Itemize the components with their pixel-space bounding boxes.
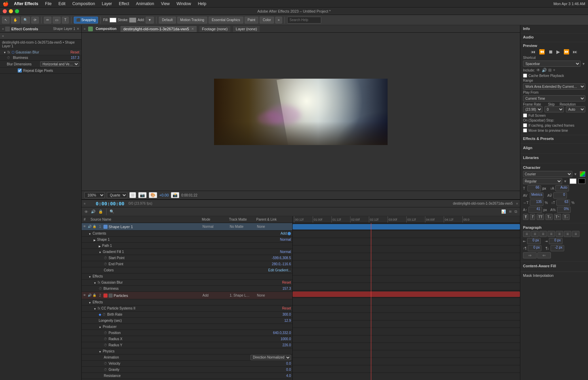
tl-graph-editor[interactable]: 📊	[501, 209, 507, 214]
indent-right-value[interactable]: 0 px	[549, 238, 562, 244]
cc-particles-row[interactable]: fx CC Particle Systems II Reset	[82, 305, 292, 312]
include-video-icon[interactable]: 👁	[536, 68, 540, 73]
kerning-value[interactable]: Metrics	[530, 192, 543, 199]
layer-1-eye-icon[interactable]: 👁	[83, 225, 87, 229]
include-frame-icon[interactable]: ⊞	[548, 68, 552, 73]
layer-row-1[interactable]: 👁 🔊 🔒 1 Shape Layer 1 Normal No Matte No…	[82, 223, 292, 231]
tl-audio-toggle[interactable]: 🔊	[90, 209, 96, 214]
fill-color-swatch[interactable]	[110, 18, 116, 22]
font-style-select[interactable]: Regular Bold Italic	[523, 178, 562, 184]
panel-expand[interactable]: ≡	[2, 34, 4, 38]
path1-row[interactable]: Path 1	[82, 243, 292, 249]
justify-center-button[interactable]: ≡	[556, 231, 563, 237]
resolution-select[interactable]: Auto Full Half	[566, 106, 585, 112]
char-swatch-white[interactable]	[570, 178, 576, 184]
shape1-row[interactable]: Shape 1 Normal	[82, 237, 292, 243]
menu-layer[interactable]: Layer	[100, 1, 113, 6]
menu-file[interactable]: File	[44, 1, 53, 6]
paint-button[interactable]: Paint	[245, 17, 259, 23]
color-correct-button[interactable]: 🎨	[149, 192, 157, 198]
close-button[interactable]	[3, 9, 7, 13]
bold-format-button[interactable]: T	[523, 214, 528, 220]
space-before-value[interactable]: 0 px	[528, 245, 541, 251]
animation-dropdown[interactable]: Direction Normalized	[250, 355, 291, 360]
tsume-value[interactable]: 0%	[557, 207, 571, 213]
justify-all-button[interactable]: ≡	[572, 231, 579, 237]
align-center-button[interactable]: ≡	[531, 231, 539, 237]
align-left-button[interactable]: ≡	[523, 231, 530, 237]
comp-tab-footage[interactable]: Footage (none)	[199, 26, 230, 32]
blurriness-value[interactable]: 157.3	[71, 56, 79, 60]
step-back-button[interactable]: ⏪	[538, 49, 546, 54]
comp-tab-main[interactable]: destinylight-old-room-1-3e2671da-vwx5 ✕	[120, 26, 196, 32]
timeline-ruler[interactable]: 00:12f 01:00f 01:12f 02:00f 02:12f 03:00…	[293, 216, 520, 223]
ltr-button[interactable]: ⇒	[523, 252, 537, 258]
camera-button[interactable]: 📸	[171, 192, 179, 198]
menu-effect[interactable]: Effect	[117, 1, 130, 6]
repeat-edge-checkbox[interactable]	[18, 68, 22, 73]
font-size-value[interactable]: 66	[527, 185, 541, 191]
fit-to-window-button[interactable]: ⊞	[129, 192, 136, 198]
add-button[interactable]: Add:	[280, 232, 288, 235]
play-button[interactable]: ▶	[555, 49, 561, 54]
include-audio-icon[interactable]: 🔊	[542, 68, 547, 73]
selection-tool[interactable]: ↖	[2, 17, 10, 23]
colors-value[interactable]: Edit Gradient...	[268, 268, 291, 272]
effects-row-2[interactable]: Effects	[82, 299, 292, 305]
font-color-indicator[interactable]	[580, 171, 585, 177]
menu-edit[interactable]: Edit	[57, 1, 67, 6]
include-overflow-icon[interactable]: +	[553, 68, 555, 73]
italic-format-button[interactable]: T	[530, 214, 535, 220]
scale-v-value[interactable]: 63	[556, 200, 570, 206]
track-bar-1[interactable]	[293, 223, 520, 231]
keyframe-diamond[interactable]: ◆	[99, 313, 101, 316]
layer-row-2[interactable]: 👁 🔊 🔒 2 Particles Add 1. Shape L… None	[82, 292, 292, 299]
zoom-tool[interactable]: 🔍	[21, 17, 30, 23]
producer-row[interactable]: Producer	[82, 324, 292, 330]
tl-lock-toggle[interactable]: 🔒	[98, 209, 104, 214]
zoom-select[interactable]: 100% 50% 200%	[84, 192, 105, 198]
minimize-button[interactable]	[9, 9, 13, 13]
motion-tracking-button[interactable]: Motion Tracking	[177, 17, 208, 23]
resistance-value[interactable]: 4.0	[286, 374, 291, 378]
tl-options-icon[interactable]: ≡	[516, 202, 518, 205]
velocity-stopwatch[interactable]: ⏱	[104, 362, 107, 365]
layer-2-lock-icon[interactable]: 🔒	[93, 294, 97, 298]
justify-left-button[interactable]: ≡	[548, 231, 555, 237]
font-style-dropdown-icon[interactable]: ▼	[564, 179, 567, 183]
skip-to-end-button[interactable]: ⏭	[572, 49, 578, 54]
tl-motion-blur[interactable]: ≋	[508, 209, 512, 214]
longevity-value[interactable]: 12.9	[284, 319, 291, 322]
play-from-select[interactable]: Current Time	[523, 95, 585, 101]
fps-select[interactable]: (23.98)	[523, 106, 542, 112]
snapping-button[interactable]: ⬛ Snapping	[74, 17, 98, 23]
stroke-color-swatch[interactable]	[129, 18, 136, 22]
composition-viewer[interactable]	[82, 33, 520, 191]
font-name-select[interactable]: Courier	[523, 171, 572, 177]
range-select[interactable]: Work Area Extended By Current…	[523, 83, 585, 90]
start-point-stopwatch[interactable]: ⏱	[104, 256, 107, 260]
menu-window[interactable]: Window	[175, 1, 193, 6]
end-point-stopwatch[interactable]: ⏱	[104, 262, 107, 266]
search-help-input[interactable]	[287, 17, 321, 23]
current-time-display[interactable]: 0:00:00:00	[94, 201, 126, 206]
position-value[interactable]: 640.0,332.0	[273, 331, 291, 335]
skip-to-start-button[interactable]: ⏮	[530, 49, 537, 54]
quality-select[interactable]: Quarter Half Full	[107, 192, 127, 198]
apple-menu[interactable]: 🍎	[3, 1, 9, 6]
gaussian-blur-prop-row[interactable]: fx Gaussian Blur Reset	[82, 280, 292, 286]
char-swatch-black[interactable]	[578, 178, 585, 184]
tracking-value[interactable]: 0	[553, 192, 567, 199]
move-time-checkbox[interactable]	[523, 128, 527, 132]
blur-dimensions-select[interactable]: Horizontal and Ve…	[40, 61, 79, 67]
position-stopwatch[interactable]: ⏱	[104, 331, 107, 335]
comp-menu-icon[interactable]: ≡	[84, 27, 85, 31]
justify-right-button[interactable]: ≡	[564, 231, 571, 237]
blurriness-stopwatch[interactable]: ⏱	[99, 287, 102, 290]
layer-1-lock-icon[interactable]: 🔒	[93, 225, 97, 229]
text-tool[interactable]: T	[62, 17, 69, 23]
gravity-stopwatch[interactable]: ⏱	[104, 368, 107, 371]
menu-composition[interactable]: Composition	[71, 1, 96, 6]
gradient-fill-row[interactable]: Gradient Fill 1 Normal	[82, 249, 292, 255]
panel-close[interactable]: ✕	[77, 27, 79, 31]
